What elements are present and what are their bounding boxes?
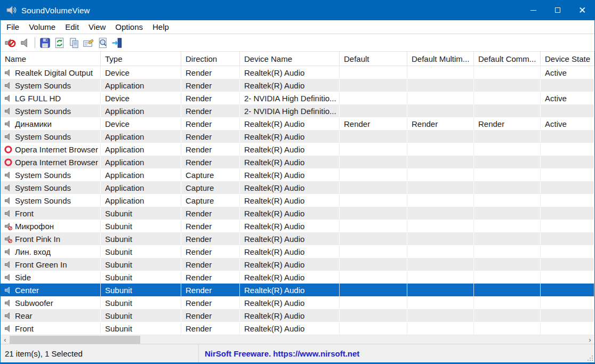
exit-button[interactable] [110, 36, 124, 50]
unmute-button[interactable] [18, 36, 32, 50]
row-name: Front [1, 207, 101, 220]
table-row[interactable]: МикрофонSubunitRenderRealtek(R) Audio [1, 220, 594, 232]
table-row[interactable]: ДинамикиDeviceRenderRealtek(R) AudioRend… [1, 117, 594, 130]
row-default [340, 220, 407, 232]
menu-view[interactable]: View [84, 21, 110, 33]
menu-file[interactable]: File [2, 21, 24, 33]
row-default-communications [474, 92, 541, 104]
row-default-multimedia [407, 232, 474, 245]
row-direction: Capture [181, 194, 240, 207]
statusbar: 21 item(s), 1 Selected NirSoft Freeware.… [1, 344, 594, 362]
menu-volume[interactable]: Volume [24, 21, 60, 33]
row-direction: Render [181, 220, 240, 232]
table-row[interactable]: System SoundsApplicationRender2- NVIDIA … [1, 104, 594, 117]
horizontal-scrollbar[interactable]: ‹ › [1, 335, 594, 344]
speaker-icon [4, 120, 12, 128]
find-button[interactable] [95, 36, 110, 50]
column-header-name[interactable]: Name [1, 52, 101, 66]
row-default-communications [474, 271, 541, 284]
table-row[interactable]: Opera Internet BrowserApplicationRenderR… [1, 143, 594, 156]
row-name: System Sounds [1, 79, 101, 92]
row-direction: Render [181, 117, 240, 130]
row-default-multimedia [407, 156, 474, 168]
toolbar [1, 34, 594, 52]
row-device-name: Realtek(R) Audio [240, 156, 340, 168]
column-header-default[interactable]: Default [340, 52, 407, 66]
row-default-multimedia [407, 220, 474, 232]
table-row[interactable]: FrontSubunitRenderRealtek(R) Audio [1, 207, 594, 220]
nirsoft-freeware-link[interactable]: NirSoft Freeware. https://www.nirsoft.ne… [199, 349, 359, 358]
table-row[interactable]: System SoundsApplicationCaptureRealtek(R… [1, 168, 594, 181]
table-row[interactable]: Лин. входSubunitRenderRealtek(R) Audio [1, 245, 594, 258]
row-device-state [541, 309, 594, 322]
table-row[interactable]: Front Pink InSubunitRenderRealtek(R) Aud… [1, 232, 594, 245]
row-default [340, 79, 407, 92]
save-button[interactable] [38, 36, 52, 50]
row-default-communications [474, 194, 541, 207]
row-default-multimedia [407, 245, 474, 258]
scroll-right-icon[interactable]: › [585, 335, 594, 344]
close-button[interactable]: ✕ [570, 0, 594, 20]
app-speaker-icon [5, 4, 17, 16]
scrollbar-thumb[interactable] [10, 336, 140, 344]
menu-help[interactable]: Help [148, 21, 174, 33]
row-default [340, 92, 407, 104]
menu-edit[interactable]: Edit [60, 21, 84, 33]
row-device-name: Realtek(R) Audio [240, 143, 340, 156]
scroll-left-icon[interactable]: ‹ [1, 335, 10, 344]
table-row[interactable]: System SoundsApplicationRenderRealtek(R)… [1, 79, 594, 92]
row-default-communications [474, 168, 541, 181]
copy-icon [68, 37, 80, 49]
column-header-device-state[interactable]: Device State [541, 52, 594, 66]
row-direction: Render [181, 232, 240, 245]
column-header-default-multimedia[interactable]: Default Multim... [407, 52, 474, 66]
table-row[interactable]: Opera Internet BrowserApplicationRenderR… [1, 156, 594, 168]
copy-button[interactable] [67, 36, 81, 50]
refresh-icon [53, 37, 66, 49]
row-default-multimedia: Render [407, 117, 474, 130]
table-row[interactable]: SubwooferSubunitRenderRealtek(R) Audio [1, 296, 594, 309]
row-device-state [541, 143, 594, 156]
table-row[interactable]: System SoundsApplicationRenderRealtek(R)… [1, 130, 594, 143]
column-header-type[interactable]: Type [101, 52, 181, 66]
row-name: Subwoofer [1, 296, 101, 309]
find-icon [97, 37, 109, 49]
table-row[interactable]: SideSubunitRenderRealtek(R) Audio [1, 271, 594, 284]
row-default-communications: Render [474, 117, 541, 130]
row-direction: Render [181, 156, 240, 168]
maximize-button[interactable] [545, 0, 570, 20]
row-direction: Render [181, 309, 240, 322]
row-device-state [541, 271, 594, 284]
properties-button[interactable] [81, 36, 95, 50]
speaker-icon [4, 82, 12, 90]
table-row[interactable]: System SoundsApplicationCaptureRealtek(R… [1, 194, 594, 207]
row-default-communications [474, 181, 541, 194]
row-default [340, 207, 407, 220]
table-row[interactable]: FrontSubunitRenderRealtek(R) Audio [1, 322, 594, 335]
column-header-direction[interactable]: Direction [181, 52, 240, 66]
row-default [340, 143, 407, 156]
speaker-icon [4, 209, 12, 217]
column-header-device-name[interactable]: Device Name [240, 52, 340, 66]
row-default [340, 66, 407, 79]
table-row[interactable]: CenterSubunitRenderRealtek(R) Audio [1, 284, 594, 296]
table-row[interactable]: System SoundsApplicationCaptureRealtek(R… [1, 181, 594, 194]
row-name-label: Динамики [15, 119, 52, 128]
mute-button[interactable] [3, 36, 18, 50]
row-default [340, 168, 407, 181]
properties-icon [82, 37, 94, 49]
table-row[interactable]: Front Green InSubunitRenderRealtek(R) Au… [1, 258, 594, 271]
column-header-default-communications[interactable]: Default Comm... [474, 52, 541, 66]
table-row[interactable]: Realtek Digital OutputDeviceRenderRealte… [1, 66, 594, 79]
row-direction: Render [181, 322, 240, 335]
menu-options[interactable]: Options [110, 21, 148, 33]
minimize-button[interactable] [521, 0, 545, 20]
table-row[interactable]: RearSubunitRenderRealtek(R) Audio [1, 309, 594, 322]
speaker-icon [4, 312, 12, 320]
resize-grip-icon[interactable] [588, 355, 593, 361]
row-default [340, 258, 407, 271]
refresh-button[interactable] [52, 36, 67, 50]
row-name-label: System Sounds [15, 132, 71, 141]
table-row[interactable]: LG FULL HDDeviceRender2- NVIDIA High Def… [1, 92, 594, 104]
row-device-state [541, 232, 594, 245]
